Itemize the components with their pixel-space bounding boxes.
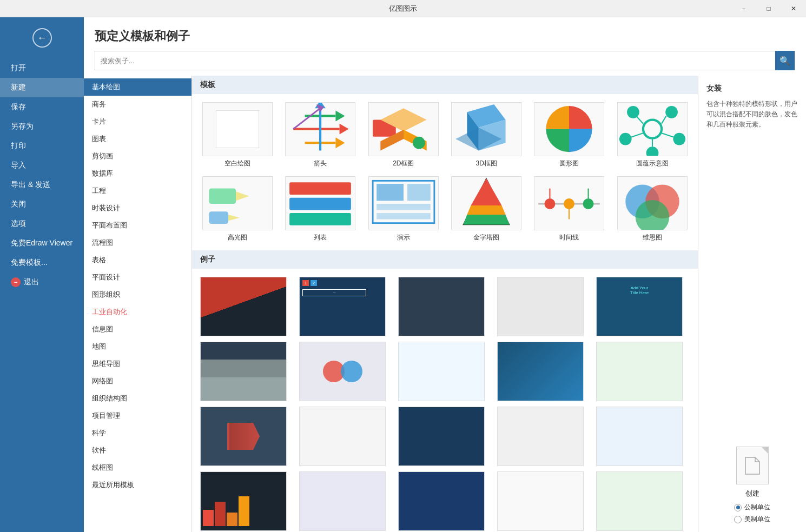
example-item[interactable] <box>200 407 287 466</box>
category-item-table[interactable]: 表格 <box>84 251 191 269</box>
template-highlight[interactable]: 高光图 <box>200 176 275 242</box>
example-item[interactable] <box>497 407 584 466</box>
template-thumb-3d <box>451 102 521 156</box>
svg-marker-46 <box>463 215 509 224</box>
close-button[interactable]: ✕ <box>781 0 806 17</box>
template-label-timeline: 时间线 <box>559 233 579 242</box>
category-item-project[interactable]: 项目管理 <box>84 407 191 424</box>
category-item-science[interactable]: 科学 <box>84 424 191 442</box>
sidebar-item-new[interactable]: 新建 <box>0 78 84 97</box>
imperial-radio[interactable]: 美制单位 <box>734 515 770 524</box>
template-list[interactable]: 列表 <box>283 176 358 242</box>
create-button-area: 创建 公制单位 美制单位 <box>706 447 798 524</box>
template-present[interactable]: 演示 <box>366 176 441 242</box>
sidebar-item-exit[interactable]: − 退出 <box>0 272 84 292</box>
category-item-recent[interactable]: 最近所用模板 <box>84 476 191 494</box>
category-item-industrial[interactable]: 工业自动化 <box>84 303 191 321</box>
example-item[interactable] <box>200 342 287 401</box>
template-venn[interactable]: 维恩图 <box>615 176 690 242</box>
template-2d[interactable]: 2D框图 <box>366 102 441 168</box>
category-item-org[interactable]: 组织结构图 <box>84 390 191 407</box>
template-label-arrow: 箭头 <box>314 159 327 168</box>
example-item[interactable]: Add YourTitle Here <box>596 277 683 336</box>
example-item[interactable] <box>497 471 584 531</box>
template-timeline[interactable]: 时间线 <box>532 176 606 242</box>
search-bar: 🔍 <box>95 51 795 70</box>
sidebar-item-open[interactable]: 打开 <box>0 58 84 78</box>
sidebar-item-freetemplate[interactable]: 免费模板... <box>0 253 84 272</box>
search-button[interactable]: 🔍 <box>775 51 795 70</box>
sidebar-item-freeviewer[interactable]: 免费Edraw Viewer <box>0 234 84 253</box>
example-item[interactable] <box>398 471 485 531</box>
example-item[interactable] <box>398 407 485 466</box>
category-item-engineering[interactable]: 工程 <box>84 182 191 200</box>
search-input[interactable] <box>95 57 775 65</box>
example-item[interactable] <box>497 277 584 336</box>
template-thumb-present <box>368 176 439 230</box>
example-item[interactable] <box>398 277 485 336</box>
minimize-button[interactable]: － <box>731 0 756 17</box>
category-item-flatdesign[interactable]: 平面设计 <box>84 269 191 286</box>
svg-marker-1 <box>340 123 349 134</box>
example-item[interactable] <box>497 342 584 401</box>
svg-point-14 <box>413 137 425 149</box>
category-item-software[interactable]: 软件 <box>84 442 191 459</box>
category-item-chart[interactable]: 图表 <box>84 130 191 148</box>
three-col-layout: 基本绘图 商务 卡片 图表 剪切画 数据库 工程 时装设计 平面布置图 流程图 … <box>84 76 806 532</box>
template-label-highlight: 高光图 <box>228 233 247 242</box>
template-label-present: 演示 <box>397 233 410 242</box>
svg-point-23 <box>619 132 632 145</box>
template-thumb-2d <box>368 102 439 156</box>
svg-rect-36 <box>290 197 352 210</box>
sidebar-item-import[interactable]: 导入 <box>0 156 84 175</box>
category-item-mindmap[interactable]: 思维导图 <box>84 355 191 373</box>
svg-rect-41 <box>376 204 431 210</box>
category-item-floorplan[interactable]: 平面布置图 <box>84 217 191 234</box>
category-item-basic[interactable]: 基本绘图 <box>84 78 191 96</box>
template-label-blank: 空白绘图 <box>224 159 250 168</box>
example-item[interactable] <box>299 407 386 466</box>
example-item[interactable] <box>299 471 386 531</box>
sidebar-item-close[interactable]: 关闭 <box>0 195 84 214</box>
category-item-scissors[interactable]: 剪切画 <box>84 148 191 165</box>
category-item-network[interactable]: 网络图 <box>84 373 191 390</box>
metric-radio[interactable]: 公制单位 <box>734 503 770 512</box>
maximize-button[interactable]: □ <box>756 0 781 17</box>
svg-rect-39 <box>376 184 404 201</box>
example-item[interactable]: 1 2 → <box>299 277 386 336</box>
sidebar-item-options[interactable]: 选项 <box>0 214 84 234</box>
category-item-infomap[interactable]: 信息图 <box>84 321 191 338</box>
category-item-infographic[interactable]: 图形组织 <box>84 286 191 303</box>
example-item[interactable] <box>299 342 386 401</box>
template-network[interactable]: 圆蕴示意图 <box>615 102 690 168</box>
template-pie[interactable]: 圆形图 <box>532 102 606 168</box>
example-item[interactable] <box>596 342 683 401</box>
sidebar-item-saveas[interactable]: 另存为 <box>0 117 84 136</box>
create-button-label: 创建 <box>745 489 759 498</box>
network-icon <box>618 102 687 156</box>
pyramid-icon <box>452 176 521 230</box>
category-item-flowchart[interactable]: 流程图 <box>84 234 191 251</box>
category-item-business[interactable]: 商务 <box>84 96 191 113</box>
template-arrow[interactable]: 箭头 <box>283 102 358 168</box>
metric-radio-label: 公制单位 <box>744 503 770 512</box>
template-label-venn: 维恩图 <box>643 233 662 242</box>
back-button[interactable]: ← <box>0 23 84 53</box>
template-3d[interactable]: 3D框图 <box>449 102 524 168</box>
template-pyramid[interactable]: 金字塔图 <box>449 176 524 242</box>
sidebar-item-save[interactable]: 保存 <box>0 97 84 117</box>
sidebar-item-export[interactable]: 导出 & 发送 <box>0 175 84 195</box>
example-item[interactable] <box>200 277 287 336</box>
category-item-map[interactable]: 地图 <box>84 338 191 355</box>
category-item-database[interactable]: 数据库 <box>84 165 191 182</box>
example-item[interactable] <box>596 471 683 531</box>
example-item[interactable] <box>200 471 287 531</box>
category-item-card[interactable]: 卡片 <box>84 113 191 130</box>
template-blank[interactable]: 空白绘图 <box>200 102 275 168</box>
sidebar-item-print[interactable]: 打印 <box>0 136 84 156</box>
title-bar: 亿图图示 － □ ✕ <box>0 0 806 17</box>
category-item-wireframe[interactable]: 线框图 <box>84 459 191 476</box>
example-item[interactable] <box>596 407 683 466</box>
category-item-fashion[interactable]: 时装设计 <box>84 200 191 217</box>
example-item[interactable] <box>398 342 485 401</box>
